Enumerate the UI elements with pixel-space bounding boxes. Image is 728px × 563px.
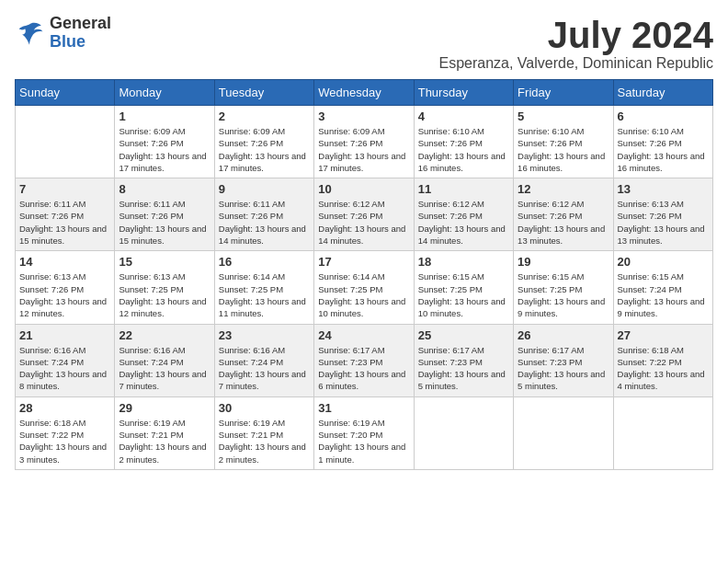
day-info: Sunrise: 6:15 AMSunset: 7:25 PMDaylight:… <box>518 270 609 319</box>
calendar-cell: 24Sunrise: 6:17 AMSunset: 7:23 PMDayligh… <box>314 324 414 396</box>
day-info: Sunrise: 6:10 AMSunset: 7:26 PMDaylight:… <box>418 125 509 174</box>
calendar-cell: 27Sunrise: 6:18 AMSunset: 7:22 PMDayligh… <box>613 324 712 396</box>
day-number: 25 <box>418 328 509 342</box>
day-header-thursday: Thursday <box>414 80 513 106</box>
day-info: Sunrise: 6:16 AMSunset: 7:24 PMDaylight:… <box>119 344 210 393</box>
subtitle: Esperanza, Valverde, Dominican Republic <box>438 55 713 72</box>
week-row-2: 7Sunrise: 6:11 AMSunset: 7:26 PMDaylight… <box>16 178 713 251</box>
day-number: 24 <box>318 328 409 342</box>
day-info: Sunrise: 6:12 AMSunset: 7:26 PMDaylight:… <box>518 198 609 247</box>
calendar-cell: 11Sunrise: 6:12 AMSunset: 7:26 PMDayligh… <box>414 178 513 251</box>
day-number: 6 <box>618 109 709 123</box>
logo-general: General <box>50 15 111 33</box>
day-number: 16 <box>219 255 310 269</box>
calendar-cell: 13Sunrise: 6:13 AMSunset: 7:26 PMDayligh… <box>613 178 712 251</box>
calendar-cell: 1Sunrise: 6:09 AMSunset: 7:26 PMDaylight… <box>115 106 214 178</box>
day-number: 2 <box>219 109 310 123</box>
day-header-sunday: Sunday <box>16 80 115 106</box>
week-row-3: 14Sunrise: 6:13 AMSunset: 7:26 PMDayligh… <box>16 251 713 324</box>
day-number: 27 <box>618 328 709 342</box>
day-info: Sunrise: 6:18 AMSunset: 7:22 PMDaylight:… <box>19 417 110 465</box>
calendar-cell: 20Sunrise: 6:15 AMSunset: 7:24 PMDayligh… <box>613 251 712 324</box>
calendar-cell <box>414 396 513 469</box>
calendar-cell: 4Sunrise: 6:10 AMSunset: 7:26 PMDaylight… <box>414 106 513 178</box>
day-info: Sunrise: 6:17 AMSunset: 7:23 PMDaylight:… <box>418 344 509 393</box>
day-header-friday: Friday <box>514 80 613 106</box>
day-number: 20 <box>618 255 709 269</box>
calendar-cell: 8Sunrise: 6:11 AMSunset: 7:26 PMDaylight… <box>115 178 214 251</box>
day-info: Sunrise: 6:12 AMSunset: 7:26 PMDaylight:… <box>418 198 509 247</box>
day-number: 3 <box>318 109 409 123</box>
day-header-wednesday: Wednesday <box>314 80 414 106</box>
logo: General Blue <box>15 15 111 52</box>
day-info: Sunrise: 6:10 AMSunset: 7:26 PMDaylight:… <box>518 125 609 174</box>
logo-blue: Blue <box>50 33 111 52</box>
day-number: 13 <box>618 182 709 196</box>
day-number: 14 <box>19 255 110 269</box>
day-info: Sunrise: 6:13 AMSunset: 7:26 PMDaylight:… <box>19 270 110 319</box>
calendar-cell: 18Sunrise: 6:15 AMSunset: 7:25 PMDayligh… <box>414 251 513 324</box>
day-number: 29 <box>119 401 210 415</box>
day-number: 21 <box>19 328 110 342</box>
day-info: Sunrise: 6:19 AMSunset: 7:21 PMDaylight:… <box>119 417 210 465</box>
day-info: Sunrise: 6:13 AMSunset: 7:25 PMDaylight:… <box>119 270 210 319</box>
week-row-4: 21Sunrise: 6:16 AMSunset: 7:24 PMDayligh… <box>16 324 713 396</box>
day-number: 4 <box>418 109 509 123</box>
logo-bird-icon <box>15 18 44 48</box>
day-number: 8 <box>119 182 210 196</box>
calendar-cell <box>613 396 712 469</box>
main-title: July 2024 <box>438 15 713 55</box>
day-info: Sunrise: 6:19 AMSunset: 7:20 PMDaylight:… <box>318 417 409 465</box>
header: General Blue July 2024 Esperanza, Valver… <box>15 15 713 72</box>
day-info: Sunrise: 6:11 AMSunset: 7:26 PMDaylight:… <box>119 198 210 247</box>
day-info: Sunrise: 6:18 AMSunset: 7:22 PMDaylight:… <box>618 344 709 393</box>
day-info: Sunrise: 6:16 AMSunset: 7:24 PMDaylight:… <box>19 344 110 393</box>
calendar-cell: 16Sunrise: 6:14 AMSunset: 7:25 PMDayligh… <box>214 251 313 324</box>
calendar-cell <box>16 106 115 178</box>
calendar-cell: 29Sunrise: 6:19 AMSunset: 7:21 PMDayligh… <box>115 396 214 469</box>
header-row: SundayMondayTuesdayWednesdayThursdayFrid… <box>16 80 713 106</box>
day-info: Sunrise: 6:14 AMSunset: 7:25 PMDaylight:… <box>318 270 409 319</box>
calendar-cell: 17Sunrise: 6:14 AMSunset: 7:25 PMDayligh… <box>314 251 414 324</box>
day-number: 18 <box>418 255 509 269</box>
day-info: Sunrise: 6:09 AMSunset: 7:26 PMDaylight:… <box>219 125 310 174</box>
calendar: SundayMondayTuesdayWednesdayThursdayFrid… <box>15 79 713 470</box>
calendar-cell: 25Sunrise: 6:17 AMSunset: 7:23 PMDayligh… <box>414 324 513 396</box>
day-info: Sunrise: 6:15 AMSunset: 7:24 PMDaylight:… <box>618 270 709 319</box>
calendar-cell: 7Sunrise: 6:11 AMSunset: 7:26 PMDaylight… <box>16 178 115 251</box>
day-info: Sunrise: 6:19 AMSunset: 7:21 PMDaylight:… <box>219 417 310 465</box>
day-info: Sunrise: 6:17 AMSunset: 7:23 PMDaylight:… <box>518 344 609 393</box>
calendar-cell: 22Sunrise: 6:16 AMSunset: 7:24 PMDayligh… <box>115 324 214 396</box>
day-number: 22 <box>119 328 210 342</box>
week-row-5: 28Sunrise: 6:18 AMSunset: 7:22 PMDayligh… <box>16 396 713 469</box>
day-number: 19 <box>518 255 609 269</box>
title-block: July 2024 Esperanza, Valverde, Dominican… <box>438 15 713 72</box>
calendar-cell: 6Sunrise: 6:10 AMSunset: 7:26 PMDaylight… <box>613 106 712 178</box>
calendar-cell: 9Sunrise: 6:11 AMSunset: 7:26 PMDaylight… <box>214 178 313 251</box>
day-header-saturday: Saturday <box>613 80 712 106</box>
calendar-cell: 10Sunrise: 6:12 AMSunset: 7:26 PMDayligh… <box>314 178 414 251</box>
day-number: 7 <box>19 182 110 196</box>
day-number: 28 <box>19 401 110 415</box>
calendar-cell: 23Sunrise: 6:16 AMSunset: 7:24 PMDayligh… <box>214 324 313 396</box>
day-number: 17 <box>318 255 409 269</box>
day-number: 31 <box>318 401 409 415</box>
calendar-cell: 21Sunrise: 6:16 AMSunset: 7:24 PMDayligh… <box>16 324 115 396</box>
day-info: Sunrise: 6:13 AMSunset: 7:26 PMDaylight:… <box>618 198 709 247</box>
day-number: 30 <box>219 401 310 415</box>
day-number: 1 <box>119 109 210 123</box>
day-info: Sunrise: 6:11 AMSunset: 7:26 PMDaylight:… <box>19 198 110 247</box>
day-info: Sunrise: 6:14 AMSunset: 7:25 PMDaylight:… <box>219 270 310 319</box>
calendar-cell <box>514 396 613 469</box>
day-number: 11 <box>418 182 509 196</box>
calendar-cell: 5Sunrise: 6:10 AMSunset: 7:26 PMDaylight… <box>514 106 613 178</box>
day-info: Sunrise: 6:09 AMSunset: 7:26 PMDaylight:… <box>119 125 210 174</box>
day-info: Sunrise: 6:09 AMSunset: 7:26 PMDaylight:… <box>318 125 409 174</box>
calendar-cell: 15Sunrise: 6:13 AMSunset: 7:25 PMDayligh… <box>115 251 214 324</box>
day-info: Sunrise: 6:12 AMSunset: 7:26 PMDaylight:… <box>318 198 409 247</box>
day-info: Sunrise: 6:11 AMSunset: 7:26 PMDaylight:… <box>219 198 310 247</box>
calendar-cell: 3Sunrise: 6:09 AMSunset: 7:26 PMDaylight… <box>314 106 414 178</box>
day-header-monday: Monday <box>115 80 214 106</box>
calendar-cell: 19Sunrise: 6:15 AMSunset: 7:25 PMDayligh… <box>514 251 613 324</box>
day-number: 23 <box>219 328 310 342</box>
